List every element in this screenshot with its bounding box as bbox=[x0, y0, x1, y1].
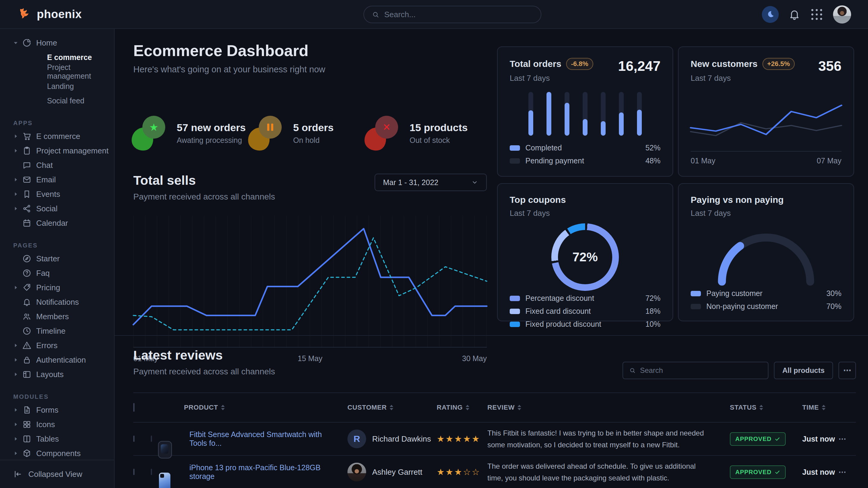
table-row[interactable]: Fitbit Sense Advanced Smartwatch with To… bbox=[133, 423, 856, 456]
moon-icon bbox=[766, 10, 775, 19]
sidebar-item-tables[interactable]: Tables bbox=[0, 432, 114, 446]
sidebar-item-social-feed[interactable]: Social feed bbox=[0, 93, 114, 108]
grid-squares-icon bbox=[22, 420, 31, 429]
sidebar-item-errors[interactable]: Errors bbox=[0, 338, 114, 353]
caret-right-icon bbox=[13, 450, 19, 456]
review-time: Just now bbox=[802, 468, 838, 477]
new-customers-value: 356 bbox=[818, 58, 841, 74]
sidebar-item-chat[interactable]: Chat bbox=[0, 158, 114, 172]
row-checkbox[interactable] bbox=[133, 435, 134, 442]
sort-customer[interactable]: CUSTOMER bbox=[347, 403, 437, 412]
sort-review[interactable]: REVIEW bbox=[487, 403, 730, 412]
sidebar-item-forms[interactable]: Forms bbox=[0, 403, 114, 417]
legend-swatch bbox=[510, 158, 520, 164]
clock-icon bbox=[22, 326, 31, 335]
caret-right-icon bbox=[13, 407, 19, 413]
legend-fixed-product-discount: Fixed product discount 10% bbox=[510, 320, 660, 329]
compass-icon bbox=[22, 254, 31, 263]
total-orders-bar-chart bbox=[528, 92, 642, 136]
global-search-input[interactable] bbox=[384, 10, 533, 19]
sidebar-item-calendar[interactable]: Calendar bbox=[0, 216, 114, 230]
caret-right-icon bbox=[13, 343, 19, 349]
sidebar-item-project-management-dashboard[interactable]: Project management bbox=[0, 65, 114, 79]
sort-status[interactable]: STATUS bbox=[730, 403, 802, 412]
latest-reviews-title: Latest reviews bbox=[133, 348, 275, 363]
sort-time[interactable]: TIME bbox=[802, 403, 838, 412]
reviews-controls: All products ⋯ bbox=[622, 362, 856, 379]
sort-rating[interactable]: RATING bbox=[437, 403, 487, 412]
card-title: Total orders bbox=[510, 59, 561, 69]
brand[interactable]: phoenix bbox=[18, 7, 82, 22]
top-navbar: phoenix bbox=[0, 0, 868, 29]
page-title: Ecommerce Dashboard bbox=[133, 42, 326, 60]
reviews-more-button[interactable]: ⋯ bbox=[838, 362, 856, 379]
sidebar-item-social[interactable]: Social bbox=[0, 201, 114, 216]
user-avatar[interactable] bbox=[833, 5, 851, 24]
product-link[interactable]: iPhone 13 pro max-Pacific Blue-128GB sto… bbox=[189, 463, 320, 481]
table-row[interactable]: iPhone 13 pro max-Pacific Blue-128GB sto… bbox=[133, 456, 856, 488]
calendar-icon bbox=[22, 219, 31, 228]
reviews-table: PRODUCT CUSTOMER RATING REVIEW STATUS TI… bbox=[133, 392, 856, 488]
file-text-icon bbox=[22, 405, 31, 415]
card-title: Paying vs non paying bbox=[691, 195, 783, 205]
paying-vs-nonpaying-card: Paying vs non paying Last 7 days Paying … bbox=[678, 183, 854, 321]
card-title: New customers bbox=[691, 59, 757, 69]
product-thumbnail[interactable] bbox=[151, 435, 152, 442]
sidebar-item-timeline[interactable]: Timeline bbox=[0, 324, 114, 338]
sidebar-item-ecommerce-dashboard[interactable]: E commerce bbox=[0, 50, 114, 65]
collapse-sidebar-button[interactable]: Collapsed View bbox=[0, 460, 114, 488]
sidebar-item-members[interactable]: Members bbox=[0, 309, 114, 324]
reviews-search-input[interactable] bbox=[640, 366, 762, 375]
reviews-table-header: PRODUCT CUSTOMER RATING REVIEW STATUS TI… bbox=[133, 392, 856, 423]
sort-icon bbox=[466, 405, 469, 410]
bell-icon bbox=[788, 8, 801, 21]
cart-icon bbox=[22, 132, 31, 141]
date-range-select[interactable]: Mar 1 - 31, 2022 bbox=[375, 174, 487, 191]
product-link[interactable]: Fitbit Sense Advanced Smartwatch with To… bbox=[189, 430, 322, 447]
caret-down-icon bbox=[13, 40, 19, 46]
sidebar-item-landing[interactable]: Landing bbox=[0, 79, 114, 93]
sort-product[interactable]: PRODUCT bbox=[184, 403, 347, 412]
sidebar-item-project-management[interactable]: Project management bbox=[0, 143, 114, 158]
brand-name: phoenix bbox=[37, 8, 82, 21]
sidebar-item-layouts[interactable]: Layouts bbox=[0, 367, 114, 382]
sidebar-item-authentication[interactable]: Authentication bbox=[0, 353, 114, 367]
sidebar-item-email[interactable]: Email bbox=[0, 172, 114, 187]
row-menu-button[interactable]: ⋯ bbox=[838, 467, 846, 477]
apps-grid-button[interactable] bbox=[810, 8, 824, 21]
sidebar-item-label: Home bbox=[36, 38, 57, 47]
sidebar-item-notifications[interactable]: Notifications bbox=[0, 295, 114, 309]
notifications-button[interactable] bbox=[788, 8, 801, 21]
legend-swatch bbox=[691, 291, 701, 296]
product-thumbnail[interactable] bbox=[151, 469, 152, 475]
sidebar-item-events[interactable]: Events bbox=[0, 187, 114, 201]
caret-right-icon bbox=[13, 436, 19, 442]
sidebar-item-starter[interactable]: Starter bbox=[0, 251, 114, 266]
sidebar-item-ecommerce[interactable]: E commerce bbox=[0, 129, 114, 143]
table-columns-icon bbox=[22, 434, 31, 444]
clipboard-icon bbox=[22, 146, 31, 155]
caret-right-icon bbox=[13, 133, 19, 139]
theme-toggle-button[interactable] bbox=[762, 6, 779, 23]
all-products-filter-button[interactable]: All products bbox=[774, 362, 833, 379]
select-all-checkbox[interactable] bbox=[133, 403, 134, 412]
question-circle-icon bbox=[22, 268, 31, 278]
sidebar-item-home[interactable]: Home bbox=[0, 36, 114, 50]
sidebar-item-faq[interactable]: Faq bbox=[0, 266, 114, 280]
section-divider bbox=[115, 335, 868, 336]
global-search[interactable] bbox=[364, 6, 541, 23]
latest-reviews-subtitle: Payment received across all channels bbox=[133, 367, 275, 377]
row-menu-button[interactable]: ⋯ bbox=[838, 434, 846, 444]
navbar-actions bbox=[762, 0, 851, 29]
page-subtitle: Here's what's going on at your business … bbox=[133, 65, 326, 74]
card-period: Last 7 days bbox=[510, 208, 566, 218]
quick-stats: ★ 57 new orders Awating processing 5 ord… bbox=[131, 116, 481, 151]
sidebar-section-apps: APPS bbox=[0, 117, 114, 129]
reviews-search[interactable] bbox=[622, 362, 769, 379]
card-period: Last 7 days bbox=[691, 73, 795, 83]
sidebar-item-pricing[interactable]: Pricing bbox=[0, 280, 114, 295]
sidebar-item-icons[interactable]: Icons bbox=[0, 417, 114, 432]
new-orders-star-icon: ★ bbox=[131, 116, 165, 151]
row-checkbox[interactable] bbox=[133, 469, 134, 475]
sidebar-item-components[interactable]: Components bbox=[0, 446, 114, 461]
